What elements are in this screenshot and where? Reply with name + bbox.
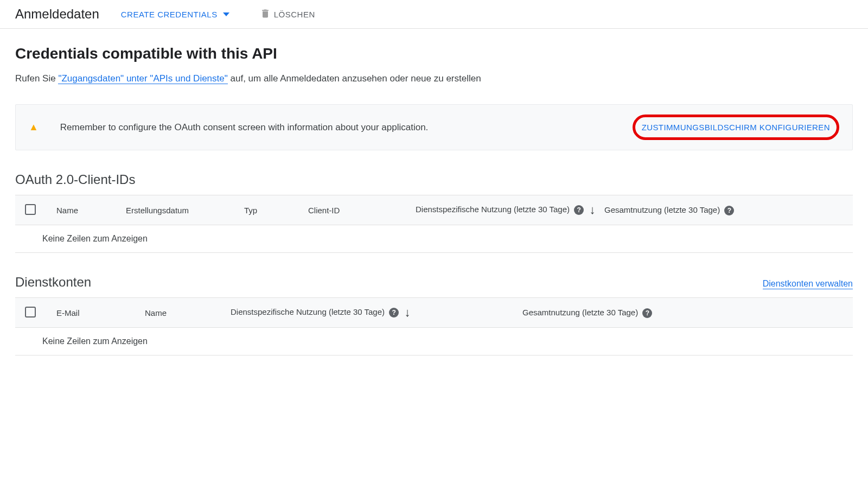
col-email[interactable]: E-Mail [56, 308, 141, 317]
delete-button[interactable]: LÖSCHEN [260, 8, 315, 21]
select-all-cell [25, 307, 52, 319]
subtitle-pre: Rufen Sie [15, 73, 58, 84]
col-name[interactable]: Name [56, 206, 122, 215]
select-all-checkbox[interactable] [25, 204, 36, 215]
section-subtitle: Rufen Sie "Zugangsdaten" unter "APIs und… [15, 71, 503, 86]
col-service-usage[interactable]: Dienstspezifische Nutzung (letzte 30 Tag… [231, 306, 518, 320]
help-icon[interactable]: ? [574, 205, 584, 215]
service-accounts-section: Dienstkonten Dienstkonten verwalten E-Ma… [15, 275, 853, 355]
col-type[interactable]: Typ [244, 206, 304, 215]
sort-arrow-down-icon: ↓ [404, 306, 410, 319]
configure-consent-screen-button[interactable]: ZUSTIMMUNGSBILDSCHIRM KONFIGURIEREN [633, 115, 839, 140]
col-service-usage[interactable]: Dienstspezifische Nutzung (letzte 30 Tag… [416, 203, 600, 217]
oauth-empty-row: Keine Zeilen zum Anzeigen [15, 225, 853, 253]
help-icon[interactable]: ? [724, 206, 734, 215]
content-area: Credentials compatible with this API Ruf… [0, 29, 868, 372]
warning-icon: ▲ [29, 122, 39, 133]
oauth-clients-section: OAuth 2.0-Client-IDs Name Erstellungsdat… [15, 172, 853, 253]
subtitle-post: auf, um alle Anmeldedaten anzusehen oder… [228, 73, 481, 84]
oauth-table-header: Name Erstellungsdatum Typ Client-ID Dien… [15, 195, 853, 225]
col-created-date[interactable]: Erstellungsdatum [126, 206, 240, 215]
col-total-usage[interactable]: Gesamtnutzung (letzte 30 Tage) ? [604, 205, 843, 215]
select-all-checkbox[interactable] [25, 307, 36, 317]
col-total-usage-label: Gesamtnutzung (letzte 30 Tage) [522, 308, 638, 317]
col-name[interactable]: Name [145, 308, 226, 317]
delete-label: LÖSCHEN [274, 10, 315, 19]
help-icon[interactable]: ? [642, 308, 652, 318]
select-all-cell [25, 204, 52, 217]
col-service-usage-label: Dienstspezifische Nutzung (letzte 30 Tag… [416, 205, 570, 214]
help-icon[interactable]: ? [389, 308, 399, 317]
col-service-usage-label: Dienstspezifische Nutzung (letzte 30 Tag… [231, 307, 385, 316]
alert-left: ▲ Remember to configure the OAuth consen… [29, 122, 428, 133]
col-client-id[interactable]: Client-ID [308, 206, 411, 215]
create-credentials-label: CREATE CREDENTIALS [121, 10, 218, 19]
col-total-usage[interactable]: Gesamtnutzung (letzte 30 Tage) ? [522, 308, 843, 318]
svc-table-header: E-Mail Name Dienstspezifische Nutzung (l… [15, 297, 853, 328]
manage-service-accounts-link[interactable]: Dienstkonten verwalten [763, 279, 853, 289]
trash-icon [260, 8, 271, 21]
section-heading: Credentials compatible with this API [15, 45, 853, 62]
sort-arrow-down-icon: ↓ [589, 203, 595, 217]
chevron-down-icon [223, 12, 229, 16]
create-credentials-button[interactable]: CREATE CREDENTIALS [121, 10, 229, 19]
credentials-apis-services-link[interactable]: "Zugangsdaten" unter "APIs und Dienste" [58, 73, 227, 84]
toolbar: Anmeldedaten CREATE CREDENTIALS LÖSCHEN [0, 0, 868, 29]
page-title: Anmeldedaten [15, 7, 99, 22]
col-total-usage-label: Gesamtnutzung (letzte 30 Tage) [604, 205, 720, 214]
oauth-consent-alert: ▲ Remember to configure the OAuth consen… [15, 104, 853, 150]
service-accounts-title: Dienstkonten [15, 275, 91, 290]
service-accounts-title-row: Dienstkonten Dienstkonten verwalten [15, 275, 853, 297]
alert-text: Remember to configure the OAuth consent … [60, 122, 428, 133]
svc-empty-row: Keine Zeilen zum Anzeigen [15, 328, 853, 355]
oauth-clients-title: OAuth 2.0-Client-IDs [15, 172, 853, 187]
